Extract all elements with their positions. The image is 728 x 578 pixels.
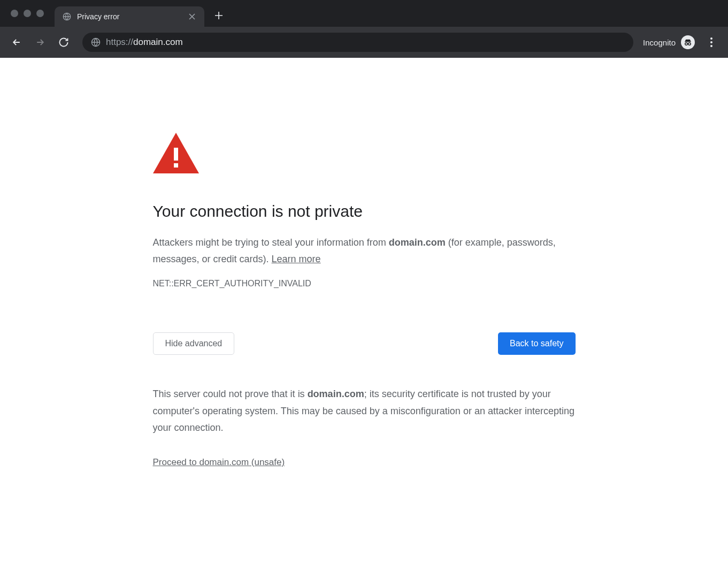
- reload-button[interactable]: [55, 33, 73, 51]
- tab-title: Privacy error: [77, 12, 182, 21]
- browser-chrome: Privacy error https://do: [0, 0, 728, 58]
- incognito-icon: [681, 35, 695, 49]
- svg-rect-9: [174, 163, 178, 168]
- incognito-indicator: Incognito: [643, 35, 695, 49]
- error-code: NET::ERR_CERT_AUTHORITY_INVALID: [153, 279, 576, 288]
- globe-icon: [62, 12, 72, 21]
- svg-point-3: [688, 43, 691, 45]
- more-menu-button[interactable]: [702, 33, 721, 51]
- globe-icon: [91, 37, 101, 47]
- advanced-prefix: This server could not prove that it is: [153, 389, 308, 399]
- url-host: domain.com: [133, 37, 183, 48]
- button-row: Hide advanced Back to safety: [153, 332, 576, 355]
- tab-strip: Privacy error: [0, 0, 728, 27]
- page-heading: Your connection is not private: [153, 202, 576, 220]
- window-minimize-button[interactable]: [24, 10, 31, 17]
- back-to-safety-button[interactable]: Back to safety: [498, 332, 576, 355]
- warning-icon: [153, 133, 576, 176]
- window-controls: [11, 10, 44, 17]
- new-tab-button[interactable]: [211, 7, 227, 24]
- svg-point-6: [710, 45, 712, 47]
- address-bar[interactable]: https://domain.com: [82, 33, 633, 52]
- url-scheme: https://: [106, 37, 133, 48]
- window-maximize-button[interactable]: [36, 10, 44, 17]
- learn-more-link[interactable]: Learn more: [272, 254, 321, 264]
- close-icon[interactable]: [187, 12, 197, 21]
- advanced-domain: domain.com: [308, 389, 364, 399]
- svg-point-4: [710, 37, 712, 40]
- incognito-label: Incognito: [643, 38, 676, 47]
- svg-rect-8: [174, 148, 178, 161]
- browser-toolbar: https://domain.com Incognito: [0, 27, 728, 58]
- body-domain: domain.com: [389, 237, 446, 248]
- proceed-unsafe-link[interactable]: Proceed to domain.com (unsafe): [153, 457, 285, 468]
- url-text: https://domain.com: [106, 37, 183, 48]
- svg-point-5: [710, 41, 712, 43]
- window-close-button[interactable]: [11, 10, 18, 17]
- warning-body: Attackers might be trying to steal your …: [153, 234, 576, 267]
- hide-advanced-button[interactable]: Hide advanced: [153, 332, 235, 355]
- browser-tab[interactable]: Privacy error: [55, 6, 204, 27]
- svg-point-2: [685, 43, 688, 45]
- advanced-details: This server could not prove that it is d…: [153, 386, 576, 437]
- forward-button[interactable]: [31, 33, 49, 51]
- error-interstitial: Your connection is not private Attackers…: [153, 58, 576, 468]
- body-prefix: Attackers might be trying to steal your …: [153, 237, 389, 248]
- back-button[interactable]: [7, 33, 26, 51]
